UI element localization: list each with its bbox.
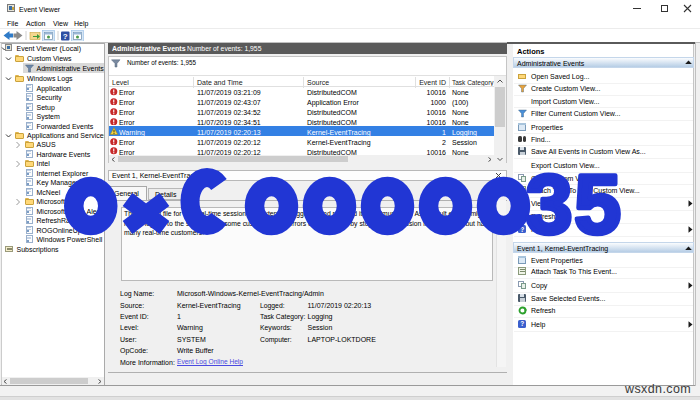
- svg-text:3: 3: [526, 157, 573, 251]
- svg-text:5: 5: [574, 157, 621, 251]
